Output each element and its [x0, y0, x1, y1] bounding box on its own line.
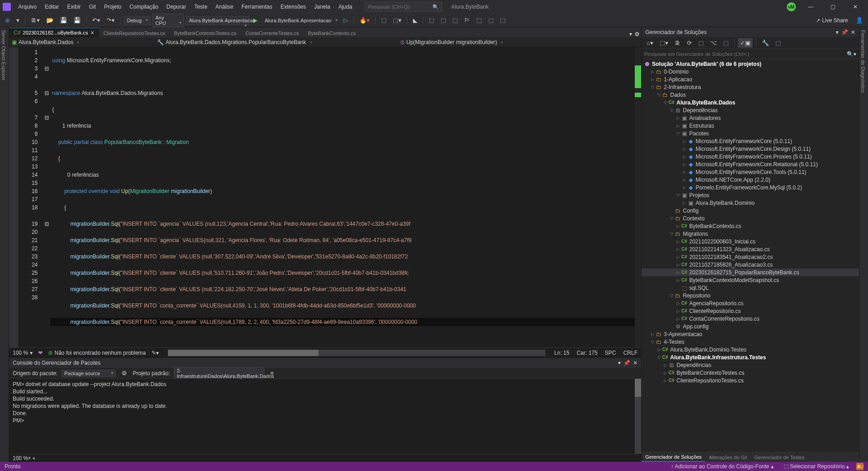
menu-exibir[interactable]: Exibir [64, 2, 84, 12]
solution-tab[interactable]: Alterações do Git [705, 453, 750, 461]
source-control-button[interactable]: ↑ Adicionar ao Controle do Código-Fonte … [668, 463, 776, 470]
solution-tree[interactable]: ⬢ Solução 'Alura.ByteBank' (6 de 6 proje… [642, 59, 859, 452]
left-sidebar-tab[interactable]: Server Object Explorer [0, 27, 9, 462]
panel-close-icon[interactable]: ✕ [633, 360, 638, 366]
tree-arrow-icon[interactable]: ▷ [675, 224, 681, 228]
tree-item[interactable]: ▽C#Alura.ByteBank.Dados [642, 99, 859, 106]
tree-arrow-icon[interactable]: ▷ [682, 170, 687, 174]
tb-icon-4[interactable]: ⬚ [438, 15, 448, 25]
tree-item[interactable]: ▷C#20211027185826_Atualizacao3.cs [642, 261, 859, 268]
tb-icon-2[interactable]: ⬚▾ [391, 15, 404, 25]
tree-item[interactable]: ▷◆Pomelo.EntityFrameworkCore.MySql (5.0.… [642, 183, 859, 191]
live-share-button[interactable]: ↗ Live Share [816, 17, 848, 24]
tree-item[interactable]: ▽🗀Contexto [642, 214, 859, 222]
tree-arrow-icon[interactable]: ▽ [669, 293, 674, 298]
tree-arrow-icon[interactable]: ▷ [675, 247, 681, 252]
tree-item[interactable]: ▷C#20211022183541_Atualizacao2.cs [642, 253, 859, 261]
package-source-dropdown[interactable]: Package source [61, 370, 116, 377]
tree-arrow-icon[interactable]: ▷ [675, 301, 681, 306]
tb-icon-6[interactable]: ⬚ [474, 15, 484, 25]
tree-item[interactable]: ▽🗀Repositorio [642, 292, 859, 299]
minimize-button[interactable]: — [800, 0, 821, 14]
hot-reload-icon[interactable]: 🔥▾ [357, 15, 372, 25]
solution-search-input[interactable] [644, 51, 847, 57]
problems-status[interactable]: ⊘ Não foi encontrado nenhum problema [48, 350, 146, 356]
back-button[interactable]: ⊕ [3, 15, 12, 25]
panel-dropdown-icon[interactable]: ▾ [618, 360, 621, 366]
open-icon[interactable]: 📂 [44, 15, 56, 25]
console-zoom[interactable]: 100 % ▾ ◂ [9, 454, 641, 462]
menu-janela[interactable]: Janela [310, 2, 333, 12]
tree-item[interactable]: 🗀Config [642, 207, 859, 214]
sol-sync-icon[interactable]: ⟳ [685, 38, 694, 48]
tb-icon-1[interactable]: ⬚ [379, 15, 389, 25]
tree-item[interactable]: ▷C#ByteBankContextoTestes.cs [642, 369, 859, 377]
tree-arrow-icon[interactable]: ▷ [675, 317, 681, 321]
tree-item[interactable]: ▷◆Microsoft.EntityFrameworkCore.Relation… [642, 160, 859, 168]
nav-class-dropdown[interactable]: 🔧 Alura.ByteBank.Dados.Migrations.Popula… [157, 39, 396, 45]
health-icon[interactable]: ❤ [38, 350, 43, 356]
tree-arrow-icon[interactable]: ▷ [650, 69, 655, 74]
global-search-input[interactable] [368, 4, 432, 10]
sol-preview-icon[interactable]: ✓▣ [738, 38, 753, 48]
notifications-button[interactable]: 🔔2 [856, 463, 863, 470]
tree-item[interactable]: ⬚sql.SQL [642, 284, 859, 292]
tree-item[interactable]: ▷C#ContaCorrenteRepositorio.cs [642, 315, 859, 322]
new-item-icon[interactable]: 🗎▾ [29, 15, 42, 25]
sol-views-icon[interactable]: ⬚▾ [657, 38, 671, 48]
flag-icon[interactable]: 🏳 [462, 15, 472, 25]
menu-git[interactable]: Git [85, 2, 99, 12]
nav-scope-dropdown[interactable]: ▣ Alura.ByteBank.Dados [12, 39, 152, 45]
tree-arrow-icon[interactable]: ▷ [682, 162, 687, 167]
menu-projeto[interactable]: Projeto [100, 2, 125, 12]
code-content[interactable]: using Microsoft.EntityFrameworkCore.Migr… [50, 47, 635, 347]
solution-tab[interactable]: Gerenciador de Testes [751, 453, 808, 461]
tree-item[interactable]: ▽▣Pacotes [642, 129, 859, 137]
tree-item[interactable]: ▽🗀2-Infraestrutura [642, 83, 859, 91]
tree-arrow-icon[interactable]: ▷ [675, 309, 681, 313]
close-button[interactable]: ✕ [845, 0, 865, 14]
menu-editar[interactable]: Editar [41, 2, 63, 12]
sol-doc-icon[interactable]: 🗎 [672, 38, 683, 48]
tree-item[interactable]: ▷◆Microsoft.EntityFrameworkCore (5.0.11) [642, 137, 859, 145]
config-dropdown[interactable]: Debug [124, 16, 150, 25]
tree-item[interactable]: ▽⊞Dependências [642, 106, 859, 114]
tree-item[interactable]: ▽🗀Dados [642, 91, 859, 99]
tree-arrow-icon[interactable]: ▷ [675, 270, 681, 275]
tree-item[interactable]: ▷◆Microsoft.EntityFrameworkCore.Tools (5… [642, 168, 859, 176]
tree-arrow-icon[interactable]: ▷ [682, 147, 687, 151]
zoom-level[interactable]: 100 % ▾ [13, 350, 33, 356]
run-target-dropdown[interactable]: Alura.ByteBank.Apresentacao [262, 17, 339, 24]
menu-arquivo[interactable]: Arquivo [15, 2, 40, 12]
startup-project-dropdown[interactable]: Alura.ByteBank.Apresentacao [186, 16, 249, 25]
tree-item[interactable]: ▷C#20211022000603_Inicial.cs [642, 238, 859, 245]
tree-arrow-icon[interactable]: ▷ [682, 139, 687, 144]
sol-pin-icon[interactable]: 📌 [841, 29, 848, 35]
eol-indicator[interactable]: CRLF [623, 350, 638, 356]
tree-arrow-icon[interactable]: ▷ [662, 363, 668, 367]
tree-item[interactable]: ▷C#20211022141323_Atualizacao.cs [642, 245, 859, 253]
maximize-button[interactable]: ▢ [823, 0, 843, 14]
file-tab[interactable]: ContaCorrenteTestes.cs [241, 29, 304, 37]
tree-arrow-icon[interactable]: ▷ [662, 371, 668, 375]
tree-arrow-icon[interactable]: ▷ [675, 255, 681, 259]
tree-arrow-icon[interactable]: ▷ [650, 77, 655, 82]
solution-tab[interactable]: Gerenciador de Soluções [642, 453, 705, 462]
horizontal-scrollbar[interactable] [168, 350, 545, 356]
console-vscroll[interactable] [635, 379, 641, 454]
tree-arrow-icon[interactable]: ▽ [650, 85, 655, 89]
tree-item[interactable]: ▽🗀Migrations [642, 230, 859, 238]
tree-item[interactable]: ▷◆Microsoft.NETCore.App (2.2.0) [642, 176, 859, 183]
settings-gear-icon[interactable]: ⚙ [119, 368, 129, 378]
tree-arrow-icon[interactable]: ▽ [662, 100, 668, 105]
tree-arrow-icon[interactable]: ▽ [650, 340, 655, 344]
sol-filter-icon[interactable]: ⬚ [773, 38, 783, 48]
sol-close-icon[interactable]: ✕ [851, 29, 855, 35]
file-tab[interactable]: ByteBankContexto.cs [304, 29, 360, 37]
tree-item[interactable]: ▽▣Projetos [642, 191, 859, 199]
file-tab[interactable]: ClienteRepositorioTestes.cs [99, 29, 170, 37]
tree-arrow-icon[interactable]: ▷ [682, 201, 687, 205]
tree-arrow-icon[interactable]: ▷ [682, 154, 687, 159]
user-badge[interactable]: vM [787, 2, 796, 11]
tree-item[interactable]: ▷◆Microsoft.EntityFrameworkCore.Proxies … [642, 153, 859, 160]
